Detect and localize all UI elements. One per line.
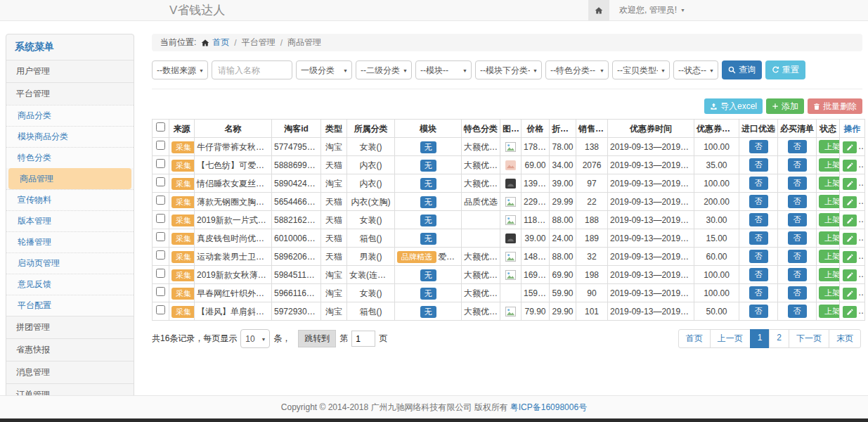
cell-operations: [840, 229, 865, 248]
batch-delete-button[interactable]: 批量删除: [808, 98, 862, 114]
breadcrumb-home-link[interactable]: 首页: [201, 37, 229, 49]
status-badge[interactable]: 上架: [819, 286, 840, 300]
import-select-toggle[interactable]: 否: [749, 305, 768, 318]
row-checkbox[interactable]: [156, 214, 165, 223]
data-source-select[interactable]: --数据来源--: [152, 60, 208, 79]
module-sub-select[interactable]: --模块下分类--: [475, 60, 542, 79]
import-select-toggle[interactable]: 否: [749, 268, 768, 281]
status-badge[interactable]: 上架: [819, 231, 840, 245]
row-checkbox[interactable]: [156, 141, 165, 150]
status-badge[interactable]: 上架: [819, 195, 840, 208]
import-select-toggle[interactable]: 否: [749, 195, 768, 208]
import-select-toggle[interactable]: 否: [749, 213, 768, 226]
edit-button[interactable]: [843, 215, 857, 226]
search-button[interactable]: 查询: [722, 60, 762, 79]
import-select-toggle[interactable]: 否: [749, 177, 768, 190]
sidebar-item-12[interactable]: 拼团管理: [6, 316, 134, 338]
edit-button[interactable]: [843, 251, 857, 263]
status-badge[interactable]: 上架: [819, 177, 840, 190]
row-checkbox[interactable]: [156, 250, 165, 260]
page-button-4[interactable]: 下一页: [789, 329, 829, 348]
must-buy-toggle[interactable]: 否: [788, 140, 807, 153]
must-buy-toggle[interactable]: 否: [788, 286, 807, 300]
level1-category-select[interactable]: 一级分类: [296, 60, 352, 79]
page-button-2[interactable]: 1: [750, 329, 770, 348]
row-checkbox[interactable]: [156, 305, 165, 314]
edit-button[interactable]: [843, 269, 857, 281]
must-buy-toggle[interactable]: 否: [788, 231, 807, 245]
row-checkbox[interactable]: [156, 159, 165, 168]
add-button[interactable]: 添加: [766, 98, 804, 114]
must-buy-toggle[interactable]: 否: [788, 305, 807, 318]
sidebar-item-1[interactable]: 平台管理: [6, 82, 134, 105]
cell-source: 采集: [169, 211, 195, 229]
sidebar-item-6[interactable]: 宣传物料: [6, 189, 134, 210]
must-buy-toggle[interactable]: 否: [788, 250, 807, 263]
must-buy-toggle[interactable]: 否: [788, 158, 807, 172]
status-badge[interactable]: 上架: [819, 158, 840, 172]
edit-button[interactable]: [843, 196, 857, 208]
row-checkbox[interactable]: [156, 232, 165, 241]
import-select-toggle[interactable]: 否: [749, 231, 768, 245]
sidebar-item-9[interactable]: 启动页管理: [6, 252, 134, 274]
column-header-10: 销售数量: [576, 120, 608, 138]
must-buy-toggle[interactable]: 否: [788, 195, 807, 208]
per-page-select[interactable]: 10: [240, 329, 270, 348]
sidebar-item-10[interactable]: 意见反馈: [6, 274, 134, 295]
import-select-toggle[interactable]: 否: [749, 158, 768, 172]
jump-button[interactable]: 跳转到: [298, 330, 336, 347]
sidebar-item-3[interactable]: 模块商品分类: [6, 126, 134, 147]
status-badge[interactable]: 上架: [819, 268, 840, 281]
must-buy-toggle[interactable]: 否: [788, 268, 807, 281]
must-buy-toggle[interactable]: 否: [788, 177, 807, 190]
sidebar-item-0[interactable]: 用户管理: [6, 60, 134, 82]
home-button[interactable]: [588, 0, 609, 21]
page-button-3[interactable]: 2: [769, 329, 789, 348]
page-button-1[interactable]: 上一页: [710, 329, 751, 348]
edit-button[interactable]: [843, 288, 857, 300]
cell-feature: 大额优惠券: [462, 302, 500, 321]
page-button-5[interactable]: 末页: [829, 329, 861, 348]
reset-button[interactable]: 重置: [765, 60, 805, 79]
sidebar-item-4[interactable]: 特色分类: [6, 147, 134, 168]
sidebar-item-5[interactable]: 商品管理: [8, 168, 131, 189]
user-menu[interactable]: 欢迎您, 管理员! ▼: [619, 4, 685, 16]
name-input[interactable]: [212, 60, 292, 79]
row-checkbox[interactable]: [156, 196, 165, 205]
import-select-toggle[interactable]: 否: [749, 286, 768, 300]
sidebar-item-13[interactable]: 省惠快报: [6, 338, 134, 361]
sidebar-item-14[interactable]: 消息管理: [6, 361, 134, 383]
item-type-select[interactable]: --宝贝类型--: [612, 60, 670, 79]
row-checkbox[interactable]: [156, 269, 165, 278]
select-all-checkbox[interactable]: [156, 122, 165, 132]
page-button-0[interactable]: 首页: [678, 329, 711, 348]
cell-import-select: 否: [739, 174, 778, 193]
import-select-toggle[interactable]: 否: [749, 250, 768, 263]
status-badge[interactable]: 上架: [819, 140, 840, 153]
sidebar-item-11[interactable]: 平台配置: [6, 295, 134, 316]
must-buy-toggle[interactable]: 否: [788, 213, 807, 226]
icp-link[interactable]: 粤ICP备16098006号: [510, 402, 587, 414]
source-badge: 采集: [171, 233, 195, 245]
sidebar-item-2[interactable]: 商品分类: [6, 105, 134, 126]
sidebar-item-7[interactable]: 版本管理: [6, 210, 134, 231]
module-select[interactable]: --模块--: [415, 60, 472, 79]
import-excel-button[interactable]: 导入excel: [704, 98, 763, 114]
edit-button[interactable]: [843, 233, 857, 245]
cell-category: 女装(): [347, 284, 395, 302]
edit-button[interactable]: [843, 141, 857, 153]
sidebar-item-8[interactable]: 轮播管理: [6, 231, 134, 252]
edit-button[interactable]: [843, 306, 857, 318]
row-checkbox[interactable]: [156, 287, 165, 296]
status-badge[interactable]: 上架: [819, 305, 840, 318]
status-badge[interactable]: 上架: [819, 213, 840, 226]
status-select[interactable]: --状态--: [673, 60, 718, 79]
import-select-toggle[interactable]: 否: [749, 140, 768, 153]
status-badge[interactable]: 上架: [819, 250, 840, 263]
level2-category-select[interactable]: --二级分类--: [356, 60, 412, 79]
edit-button[interactable]: [843, 178, 857, 190]
jump-page-input[interactable]: [351, 331, 375, 347]
row-checkbox[interactable]: [156, 177, 165, 186]
feature-category-select[interactable]: --特色分类--: [545, 60, 609, 79]
edit-button[interactable]: [843, 160, 857, 172]
